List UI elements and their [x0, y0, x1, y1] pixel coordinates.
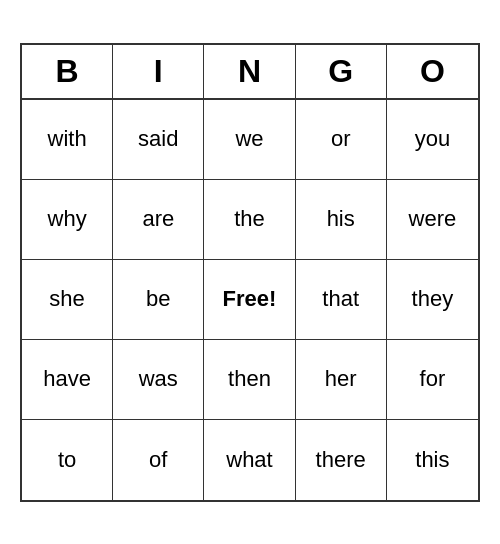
- bingo-cell-r2-c3: that: [296, 260, 387, 340]
- bingo-cell-r3-c3: her: [296, 340, 387, 420]
- bingo-cell-r1-c1: are: [113, 180, 204, 260]
- bingo-card: BINGO withsaidweoryouwhyarethehiswereshe…: [20, 43, 480, 502]
- bingo-cell-r0-c0: with: [22, 100, 113, 180]
- bingo-cell-r4-c2: what: [204, 420, 295, 500]
- bingo-cell-r2-c1: be: [113, 260, 204, 340]
- header-cell-o: O: [387, 45, 478, 98]
- bingo-cell-r1-c3: his: [296, 180, 387, 260]
- bingo-cell-r0-c3: or: [296, 100, 387, 180]
- bingo-cell-r2-c2: Free!: [204, 260, 295, 340]
- bingo-grid: withsaidweoryouwhyarethehiswereshebeFree…: [22, 100, 478, 500]
- bingo-cell-r4-c4: this: [387, 420, 478, 500]
- bingo-header: BINGO: [22, 45, 478, 100]
- bingo-cell-r1-c4: were: [387, 180, 478, 260]
- bingo-cell-r2-c4: they: [387, 260, 478, 340]
- bingo-cell-r3-c4: for: [387, 340, 478, 420]
- bingo-cell-r4-c1: of: [113, 420, 204, 500]
- bingo-cell-r0-c4: you: [387, 100, 478, 180]
- bingo-cell-r0-c1: said: [113, 100, 204, 180]
- header-cell-g: G: [296, 45, 387, 98]
- bingo-cell-r4-c0: to: [22, 420, 113, 500]
- bingo-cell-r3-c0: have: [22, 340, 113, 420]
- header-cell-b: B: [22, 45, 113, 98]
- bingo-cell-r2-c0: she: [22, 260, 113, 340]
- bingo-cell-r1-c2: the: [204, 180, 295, 260]
- bingo-cell-r0-c2: we: [204, 100, 295, 180]
- bingo-cell-r4-c3: there: [296, 420, 387, 500]
- header-cell-i: I: [113, 45, 204, 98]
- header-cell-n: N: [204, 45, 295, 98]
- bingo-cell-r1-c0: why: [22, 180, 113, 260]
- bingo-cell-r3-c1: was: [113, 340, 204, 420]
- bingo-cell-r3-c2: then: [204, 340, 295, 420]
